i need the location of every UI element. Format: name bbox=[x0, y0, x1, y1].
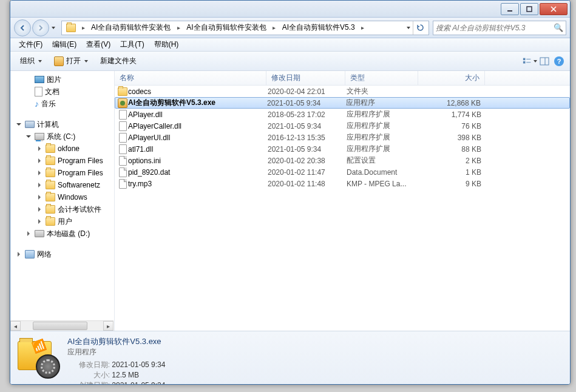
file-row[interactable]: APlayerUI.dll2016-12-13 15:35应用程序扩展398 K… bbox=[115, 132, 570, 143]
file-size: 1,774 KB bbox=[419, 110, 486, 119]
column-date[interactable]: 修改日期 bbox=[266, 71, 345, 85]
chevron-right-icon[interactable]: ▸ bbox=[174, 24, 183, 31]
breadcrumb[interactable]: ▸ AI全自动剪辑软件安装包 ▸ AI全自动剪辑软件安装包 ▸ AI全自动剪辑软… bbox=[61, 21, 429, 35]
expand-icon[interactable] bbox=[38, 146, 41, 151]
details-size-label: 大小: bbox=[67, 370, 110, 380]
navitem-okfone[interactable]: okfone bbox=[10, 143, 114, 155]
address-dropdown[interactable] bbox=[404, 27, 413, 29]
file-name: APlayerUI.dll bbox=[128, 133, 268, 142]
file-row[interactable]: codecs2020-02-04 22:01文件夹 bbox=[115, 86, 570, 97]
file-size: 1 KB bbox=[419, 168, 486, 177]
menu-tools[interactable]: 工具(T) bbox=[115, 39, 149, 51]
file-type: 应用程序扩展 bbox=[347, 144, 419, 154]
column-size[interactable]: 大小 bbox=[418, 71, 485, 85]
minimize-button[interactable] bbox=[501, 3, 519, 15]
svg-rect-1 bbox=[527, 7, 532, 12]
folder-icon bbox=[117, 87, 128, 96]
navitem-pictures[interactable]: 图片 bbox=[10, 73, 114, 86]
details-info: AI全自动剪辑软件V5.3.exe 应用程序 修改日期: 2021-01-05 … bbox=[67, 334, 565, 382]
navitem-documents[interactable]: 文档 bbox=[10, 86, 114, 98]
expand-icon[interactable] bbox=[38, 219, 41, 224]
breadcrumb-segment-0[interactable]: AI全自动剪辑软件安装包 bbox=[87, 21, 174, 35]
history-dropdown[interactable] bbox=[49, 21, 58, 35]
navitem-softwarenetz[interactable]: Softwarenetz bbox=[10, 179, 114, 191]
file-date: 2020-01-02 11:47 bbox=[268, 168, 347, 177]
file-row[interactable]: try.mp32020-01-02 11:48KMP - MPEG La...9… bbox=[115, 178, 570, 189]
navpane-scrollbar[interactable]: ◂ ▸ bbox=[10, 320, 114, 331]
organize-button[interactable]: 组织 bbox=[14, 53, 48, 69]
navitem-network[interactable]: 网络 bbox=[10, 248, 114, 260]
expand-icon[interactable] bbox=[38, 158, 41, 163]
column-name[interactable]: 名称 bbox=[115, 71, 266, 85]
expand-icon[interactable] bbox=[38, 183, 41, 188]
refresh-button[interactable] bbox=[413, 21, 427, 35]
computer-icon bbox=[25, 121, 35, 128]
navitem-users[interactable]: 用户 bbox=[10, 215, 114, 228]
new-folder-button[interactable]: 新建文件夹 bbox=[94, 53, 143, 69]
pictures-icon bbox=[35, 76, 44, 83]
file-row[interactable]: pid_8920.dat2020-01-02 11:47Data.Documen… bbox=[115, 166, 570, 178]
file-row[interactable]: options.ini2020-01-02 20:38配置设置2 KB bbox=[115, 155, 570, 166]
column-type[interactable]: 类型 bbox=[345, 71, 418, 85]
folder-icon bbox=[46, 144, 55, 153]
details-name: AI全自动剪辑软件V5.3.exe bbox=[67, 336, 565, 347]
maximize-button[interactable] bbox=[520, 3, 538, 15]
chevron-right-icon[interactable]: ▸ bbox=[270, 24, 279, 31]
breadcrumb-segment-2[interactable]: AI全自动剪辑软件V5.3 bbox=[279, 21, 359, 35]
navitem-system-drive[interactable]: 系统 (C:) bbox=[10, 130, 114, 143]
navitem-computer[interactable]: 计算机 bbox=[10, 118, 114, 130]
file-icon bbox=[117, 179, 128, 189]
navitem-music[interactable]: ♪音乐 bbox=[10, 98, 114, 110]
details-created-label: 创建日期: bbox=[67, 380, 110, 385]
menu-file[interactable]: 文件(F) bbox=[14, 39, 47, 51]
file-name: options.ini bbox=[128, 157, 268, 165]
navitem-windows[interactable]: Windows bbox=[10, 191, 114, 203]
search-input[interactable] bbox=[436, 24, 554, 32]
file-row[interactable]: AI全自动剪辑软件V5.3.exe2021-01-05 9:34应用程序12,8… bbox=[115, 97, 570, 109]
file-row[interactable]: APlayerCaller.dll2021-01-05 9:34应用程序扩展76… bbox=[115, 120, 570, 132]
menu-help[interactable]: 帮助(H) bbox=[149, 39, 184, 51]
expand-icon[interactable] bbox=[18, 252, 20, 257]
navitem-local-disk[interactable]: 本地磁盘 (D:) bbox=[10, 228, 114, 240]
file-row[interactable]: atl71.dll2021-01-05 9:34应用程序扩展88 KB bbox=[115, 143, 570, 155]
title-bar bbox=[10, 1, 570, 18]
chevron-right-icon[interactable]: ▸ bbox=[79, 24, 87, 31]
preview-pane-button[interactable] bbox=[537, 54, 552, 69]
expand-icon[interactable] bbox=[38, 171, 41, 175]
file-name: codecs bbox=[128, 87, 268, 96]
scroll-left-button[interactable]: ◂ bbox=[10, 321, 21, 331]
file-icon bbox=[117, 167, 128, 177]
navitem-accounting-software[interactable]: 会计考试软件 bbox=[10, 203, 114, 215]
navitem-program-files-1[interactable]: Program Files bbox=[10, 155, 114, 167]
expand-icon[interactable] bbox=[26, 135, 31, 138]
view-mode-button[interactable] bbox=[523, 54, 537, 69]
svg-rect-5 bbox=[523, 61, 526, 64]
expand-icon[interactable] bbox=[16, 123, 21, 126]
navigation-pane[interactable]: 图片 文档 ♪音乐 计算机 系统 (C:) okfone Program Fil… bbox=[10, 71, 115, 331]
expand-icon[interactable] bbox=[38, 195, 41, 200]
search-box[interactable]: 🔍 bbox=[433, 21, 566, 35]
scroll-thumb[interactable] bbox=[33, 322, 87, 330]
navitem-program-files-2[interactable]: Program Files bbox=[10, 167, 114, 179]
menu-view[interactable]: 查看(V) bbox=[81, 39, 115, 51]
explorer-window: ▸ AI全自动剪辑软件安装包 ▸ AI全自动剪辑软件安装包 ▸ AI全自动剪辑软… bbox=[10, 0, 571, 385]
forward-button[interactable] bbox=[32, 19, 49, 36]
file-name: APlayer.dll bbox=[128, 110, 268, 119]
help-button[interactable]: ? bbox=[552, 54, 566, 69]
back-button[interactable] bbox=[14, 19, 31, 36]
expand-icon[interactable] bbox=[27, 231, 30, 236]
drive-icon bbox=[35, 133, 44, 140]
file-date: 2018-05-23 17:02 bbox=[268, 110, 347, 119]
menu-edit[interactable]: 编辑(E) bbox=[47, 39, 81, 51]
file-row[interactable]: APlayer.dll2018-05-23 17:02应用程序扩展1,774 K… bbox=[115, 109, 570, 120]
scroll-right-button[interactable]: ▸ bbox=[103, 321, 114, 331]
breadcrumb-segment-1[interactable]: AI全自动剪辑软件安装包 bbox=[183, 21, 269, 35]
close-button[interactable] bbox=[540, 3, 568, 15]
open-button[interactable]: 打开 bbox=[48, 53, 94, 69]
chevron-right-icon[interactable]: ▸ bbox=[359, 24, 367, 31]
file-type: KMP - MPEG La... bbox=[347, 180, 419, 188]
expand-icon[interactable] bbox=[38, 207, 41, 212]
details-pane: 📶 AI全自动剪辑软件V5.3.exe 应用程序 修改日期: 2021-01-0… bbox=[10, 331, 570, 384]
exe-icon bbox=[117, 98, 128, 108]
file-name: APlayerCaller.dll bbox=[128, 122, 268, 130]
